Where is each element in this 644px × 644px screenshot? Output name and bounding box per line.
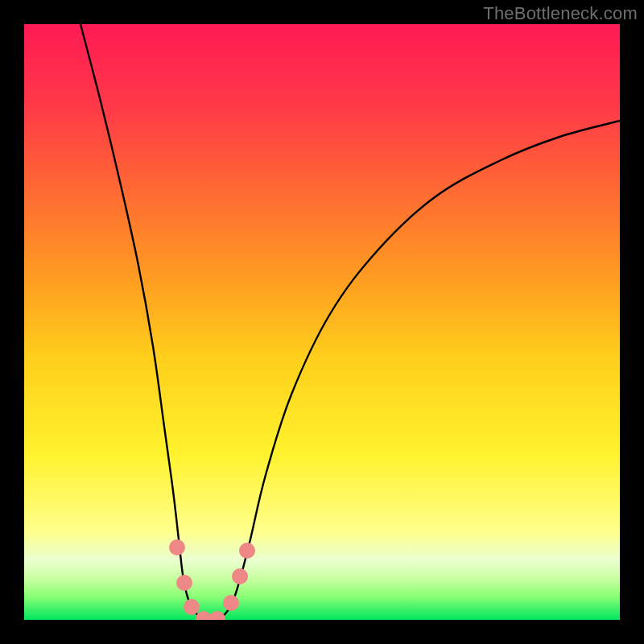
- marker-3: [196, 611, 212, 620]
- marker-2: [184, 599, 200, 615]
- watermark-text: TheBottleneck.com: [483, 3, 638, 24]
- chart-frame: TheBottleneck.com: [0, 0, 644, 644]
- marker-6: [232, 568, 248, 584]
- marker-0: [169, 539, 185, 555]
- marker-group: [169, 539, 255, 620]
- marker-4: [209, 611, 225, 620]
- curve-layer: [24, 24, 620, 620]
- marker-1: [176, 575, 192, 591]
- curve-left-branch: [80, 24, 211, 620]
- marker-5: [223, 595, 239, 611]
- curve-right-branch: [211, 121, 620, 620]
- plot-area: [24, 24, 620, 620]
- marker-7: [239, 543, 255, 559]
